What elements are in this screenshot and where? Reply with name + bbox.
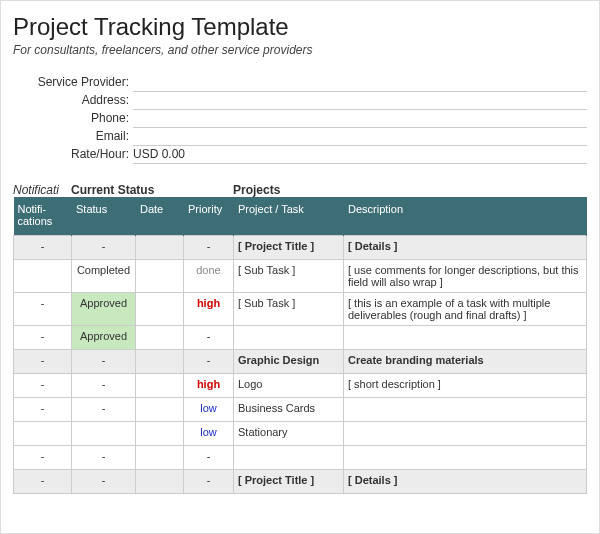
table-row: --lowBusiness Cards	[14, 398, 587, 422]
cell	[14, 422, 72, 446]
info-block: Service Provider:Address:Phone:Email:Rat…	[13, 75, 587, 165]
section-label-status: Current Status	[71, 183, 233, 197]
cell: -	[14, 293, 72, 326]
cell	[344, 398, 587, 422]
col-status: Status	[72, 197, 136, 236]
cell: -	[72, 398, 136, 422]
cell: -	[14, 350, 72, 374]
cell	[136, 446, 184, 470]
cell: -	[14, 398, 72, 422]
cell: [ Project Title ]	[234, 236, 344, 260]
cell: [ Sub Task ]	[234, 260, 344, 293]
info-value[interactable]	[133, 93, 587, 110]
table-row: -Approvedhigh[ Sub Task ][ this is an ex…	[14, 293, 587, 326]
page-title: Project Tracking Template	[13, 13, 587, 41]
info-row: Email:	[13, 129, 587, 147]
cell	[136, 398, 184, 422]
info-label: Address:	[13, 93, 133, 107]
cell: [ Project Title ]	[234, 470, 344, 494]
cell	[136, 293, 184, 326]
cell: -	[184, 350, 234, 374]
info-label: Email:	[13, 129, 133, 143]
section-label-notifications: Notificati	[13, 183, 71, 197]
cell: low	[184, 422, 234, 446]
info-value[interactable]: USD 0.00	[133, 147, 587, 164]
tracking-table: Notifi- cations Status Date Priority Pro…	[13, 197, 587, 494]
info-value[interactable]	[133, 75, 587, 92]
cell	[344, 446, 587, 470]
cell: -	[14, 374, 72, 398]
cell	[136, 350, 184, 374]
cell	[136, 374, 184, 398]
table-body: ---[ Project Title ][ Details ]Completed…	[14, 236, 587, 494]
cell	[136, 326, 184, 350]
cell: -	[184, 326, 234, 350]
section-labels: Notificati Current Status Projects	[13, 183, 587, 197]
table-row: ---Graphic DesignCreate branding materia…	[14, 350, 587, 374]
table-row: --highLogo[ short description ]	[14, 374, 587, 398]
cell: -	[72, 374, 136, 398]
section-label-projects: Projects	[233, 183, 587, 197]
cell: -	[14, 470, 72, 494]
cell: -	[72, 470, 136, 494]
cell: high	[184, 293, 234, 326]
cell: Approved	[72, 293, 136, 326]
cell: -	[72, 236, 136, 260]
cell	[344, 422, 587, 446]
info-row: Address:	[13, 93, 587, 111]
col-description: Description	[344, 197, 587, 236]
cell: -	[14, 236, 72, 260]
col-notifications: Notifi- cations	[14, 197, 72, 236]
cell: [ use comments for longer descriptions, …	[344, 260, 587, 293]
table-row: ---[ Project Title ][ Details ]	[14, 236, 587, 260]
cell: -	[72, 350, 136, 374]
info-label: Rate/Hour:	[13, 147, 133, 161]
cell: -	[184, 470, 234, 494]
info-row: Rate/Hour:USD 0.00	[13, 147, 587, 165]
cell: Approved	[72, 326, 136, 350]
col-project: Project / Task	[234, 197, 344, 236]
info-value[interactable]	[133, 111, 587, 128]
col-priority: Priority	[184, 197, 234, 236]
cell: Completed	[72, 260, 136, 293]
cell: -	[14, 446, 72, 470]
cell: -	[72, 446, 136, 470]
cell	[234, 446, 344, 470]
cell	[234, 326, 344, 350]
cell	[136, 260, 184, 293]
cell: [ Details ]	[344, 236, 587, 260]
info-row: Service Provider:	[13, 75, 587, 93]
cell: -	[184, 236, 234, 260]
cell: [ Sub Task ]	[234, 293, 344, 326]
cell: Graphic Design	[234, 350, 344, 374]
cell: Logo	[234, 374, 344, 398]
cell	[72, 422, 136, 446]
cell	[344, 326, 587, 350]
cell	[136, 422, 184, 446]
table-row: ---	[14, 446, 587, 470]
cell: -	[184, 446, 234, 470]
page-subtitle: For consultants, freelancers, and other …	[13, 43, 587, 57]
cell	[136, 470, 184, 494]
cell: done	[184, 260, 234, 293]
cell: high	[184, 374, 234, 398]
info-label: Phone:	[13, 111, 133, 125]
cell: -	[14, 326, 72, 350]
cell: [ Details ]	[344, 470, 587, 494]
cell: [ short description ]	[344, 374, 587, 398]
table-row: ---[ Project Title ][ Details ]	[14, 470, 587, 494]
table-row: Completeddone[ Sub Task ][ use comments …	[14, 260, 587, 293]
table-row: -Approved-	[14, 326, 587, 350]
table-row: lowStationary	[14, 422, 587, 446]
cell: Create branding materials	[344, 350, 587, 374]
info-label: Service Provider:	[13, 75, 133, 89]
info-row: Phone:	[13, 111, 587, 129]
cell: Stationary	[234, 422, 344, 446]
cell: [ this is an example of a task with mult…	[344, 293, 587, 326]
table-header-row: Notifi- cations Status Date Priority Pro…	[14, 197, 587, 236]
cell	[136, 236, 184, 260]
cell: Business Cards	[234, 398, 344, 422]
info-value[interactable]	[133, 129, 587, 146]
cell	[14, 260, 72, 293]
cell: low	[184, 398, 234, 422]
